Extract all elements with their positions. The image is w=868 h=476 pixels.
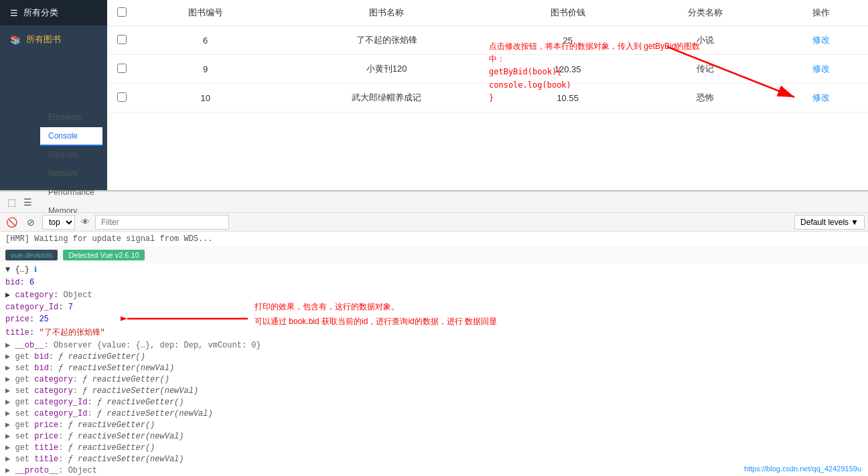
col-category: 分类名称 [636,0,774,26]
inspect-icon[interactable]: ⬚ [3,194,19,210]
devtools-tab-elements[interactable]: Elements [40,108,102,127]
devtools-tab-performance[interactable]: Performance [40,183,102,202]
levels-arrow-icon: ▼ [851,218,859,227]
row-id-2: 10 [137,84,274,112]
row-checkbox-1[interactable] [117,64,127,73]
context-select[interactable]: top [42,215,75,230]
obj-root[interactable]: ▼ {…} ℹ [0,263,868,276]
modify-button-2[interactable]: 修改 [812,92,830,104]
obj-get-title[interactable]: ▶ get title: ƒ reactiveGetter() [0,442,868,453]
levels-label: Default levels [800,218,849,227]
col-book-price: 图书价钱 [499,0,636,26]
row-category-2: 恐怖 [636,84,774,112]
select-all-checkbox[interactable] [117,7,127,17]
filter-input[interactable] [95,215,229,230]
row-title-0: 了不起的张焰锋 [274,26,499,55]
col-action: 操作 [774,0,868,26]
obj-proto[interactable]: ▶ __proto__: Object [0,465,868,476]
book-icon: 📚 [10,35,21,45]
row-price-0: 25 [499,26,636,55]
devtools-tab-network[interactable]: Network [40,165,102,183]
stop-icon[interactable]: ⊘ [23,214,39,230]
col-book-name: 图书名称 [274,0,499,26]
credit-link[interactable]: https://blog.csdn.net/qq_42429159u [744,465,861,473]
row-edit-0: 修改 [774,26,868,55]
hmr-line: [HMR] Waiting for update signal from WDS… [0,232,868,247]
devtools-panel: ⬚ ☰ ElementsConsoleSourcesNetworkPerform… [0,190,868,476]
obj-set-bid[interactable]: ▶ set bid: ƒ reactiveSetter(newVal) [0,362,868,374]
console-content: [HMR] Waiting for update signal from WDS… [0,232,868,476]
table-row: 6 了不起的张焰锋 25 小说 修改 [107,26,868,55]
sidebar-item-books[interactable]: 📚 所有图书 [0,25,107,54]
row-checkbox-cell [107,26,137,55]
row-category-1: 传记 [636,55,774,84]
row-checkbox-cell [107,55,137,84]
row-edit-2: 修改 [774,84,868,112]
main-content: 点击修改按钮，将本行的数据对象，传入到 getByBid的图数 中： getBy… [107,0,868,190]
obj-category-id: category_Id: 7 [0,301,868,313]
devtools-icon-group: ⬚ ☰ [3,194,35,210]
levels-button[interactable]: Default levels ▼ [794,215,865,230]
obj-toggle-root[interactable]: ▼ [5,265,15,274]
obj-set-price[interactable]: ▶ set price: ƒ reactiveSetter(newVal) [0,430,868,442]
hmr-text: [HMR] Waiting for update signal from WDS… [5,234,213,244]
devtools-tab-console[interactable]: Console [40,127,102,146]
col-book-id: 图书编号 [137,0,274,26]
sidebar-header[interactable]: ☰ 所有分类 [0,0,107,25]
sidebar-item-label: 所有图书 [26,33,61,46]
obj-brace: {…} [15,265,29,274]
obj-bid: bid: 6 [0,276,868,289]
obj-ob[interactable]: ▶ __ob__: Observer {value: {…}, dep: Dep… [0,339,868,351]
obj-title: title: "了不起的张焰锋" [0,325,868,339]
obj-get-category-id[interactable]: ▶ get category_Id: ƒ reactiveGetter() [0,396,868,408]
device-icon[interactable]: ☰ [19,194,35,210]
row-id-1: 9 [137,55,274,84]
row-checkbox-cell [107,84,137,112]
books-table: 图书编号 图书名称 图书价钱 分类名称 操作 6 了不起的张焰锋 25 小说 修… [107,0,868,112]
row-title-2: 武大郎绿帽养成记 [274,84,499,112]
vue-devtools-badge: vue-devtools [5,250,58,260]
row-checkbox-0[interactable] [117,35,127,44]
col-checkbox [107,0,137,26]
modify-button-1[interactable]: 修改 [812,63,830,75]
obj-price: price: 25 [0,313,868,325]
table-row: 10 武大郎绿帽养成记 10.55 恐怖 修改 [107,84,868,112]
devtools-tabs-bar: ⬚ ☰ ElementsConsoleSourcesNetworkPerform… [0,191,868,213]
devtools-toolbar: 🚫 ⊘ top 👁 Default levels ▼ [0,213,868,232]
row-id-0: 6 [137,26,274,55]
row-category-0: 小说 [636,26,774,55]
obj-get-price[interactable]: ▶ get price: ƒ reactiveGetter() [0,419,868,430]
row-title-1: 小黄刊120 [274,55,499,84]
top-area: ☰ 所有分类 📚 所有图书 点击修改按钮，将本行的数据对象，传入到 getByB… [0,0,868,190]
clear-icon[interactable]: 🚫 [3,214,19,230]
eye-icon[interactable]: 👁 [78,216,92,229]
console-object-section: ▼ {…} ℹ bid: 6 ▶ category: Object catego… [0,263,868,476]
obj-get-bid[interactable]: ▶ get bid: ƒ reactiveGetter() [0,351,868,362]
devtools-tab-sources[interactable]: Sources [40,146,102,165]
sidebar-header-icon: ☰ [10,8,18,18]
modify-button-0[interactable]: 修改 [812,34,830,46]
obj-get-category[interactable]: ▶ get category: ƒ reactiveGetter() [0,374,868,385]
table-area: 图书编号 图书名称 图书价钱 分类名称 操作 6 了不起的张焰锋 25 小说 修… [107,0,868,112]
sidebar-header-label: 所有分类 [23,7,58,19]
vue-devtools-bar: vue-devtools Detected Vue v2.6.10 [0,247,868,263]
obj-set-title[interactable]: ▶ set title: ƒ reactiveSetter(newVal) [0,453,868,465]
row-edit-1: 修改 [774,55,868,84]
obj-category[interactable]: ▶ category: Object [0,289,868,301]
row-price-2: 10.55 [499,84,636,112]
vue-detected-badge: Detected Vue v2.6.10 [63,250,144,260]
obj-set-category-id[interactable]: ▶ set category_Id: ƒ reactiveSetter(newV… [0,408,868,419]
row-price-1: 120.35 [499,55,636,84]
obj-info-icon: ℹ [34,266,37,274]
row-checkbox-2[interactable] [117,92,127,102]
obj-set-category[interactable]: ▶ set category: ƒ reactiveSetter(newVal) [0,385,868,396]
table-row: 9 小黄刊120 120.35 传记 修改 [107,55,868,84]
